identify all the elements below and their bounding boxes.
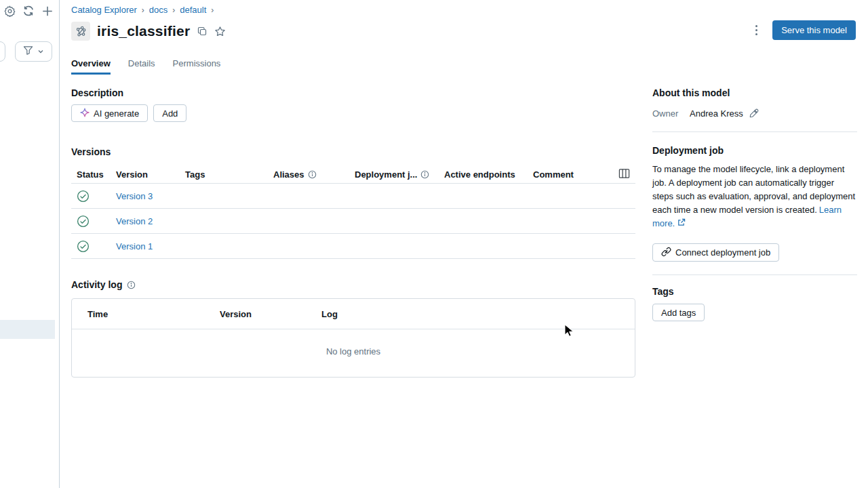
- col-tags: Tags: [185, 169, 273, 180]
- activity-log-header: Time Version Log: [72, 299, 635, 329]
- col-log: Log: [321, 309, 635, 319]
- aliases-info-icon[interactable]: [308, 170, 317, 179]
- version-row[interactable]: Version 2: [71, 209, 635, 234]
- breadcrumb-link-default[interactable]: default: [180, 5, 206, 15]
- version-1-link[interactable]: Version 1: [116, 241, 153, 251]
- title-row: iris_classifier: [71, 22, 226, 41]
- page-title: iris_classifier: [97, 23, 190, 39]
- add-description-label: Add: [162, 108, 178, 119]
- breadcrumb-separator: ›: [172, 5, 175, 15]
- chevron-down-icon: [37, 45, 44, 58]
- main-content: Description AI gener: [71, 83, 635, 378]
- tab-overview[interactable]: Overview: [71, 58, 111, 75]
- panel-divider: [652, 131, 857, 132]
- tags-heading: Tags: [652, 286, 857, 297]
- filter-funnel-icon: [23, 45, 33, 58]
- deployment-job-heading: Deployment job: [652, 145, 857, 156]
- panel-divider: [652, 274, 857, 275]
- activity-log-table: Time Version Log No log entries: [71, 298, 635, 378]
- owner-row: Owner Andrea Kress: [652, 108, 857, 119]
- activity-log-heading-row: Activity log: [71, 279, 635, 290]
- breadcrumb: Catalog Explorer › docs › default ›: [71, 5, 214, 15]
- about-this-model-heading: About this model: [652, 87, 857, 98]
- owner-name: Andrea Kress: [690, 108, 743, 119]
- version-2-link[interactable]: Version 2: [116, 216, 153, 226]
- settings-gear-icon[interactable]: [3, 5, 16, 17]
- status-ready-check-icon: [71, 190, 116, 203]
- external-link-icon[interactable]: [677, 218, 686, 231]
- activity-log-info-icon[interactable]: [127, 281, 136, 289]
- serve-this-model-button[interactable]: Serve this model: [772, 20, 856, 40]
- ai-sparkle-icon: [80, 108, 90, 119]
- breadcrumb-link-docs[interactable]: docs: [149, 5, 167, 15]
- edit-owner-pencil-icon[interactable]: [749, 108, 759, 119]
- header-actions: Serve this model: [751, 20, 856, 40]
- add-tags-button[interactable]: Add tags: [652, 304, 705, 321]
- description-heading: Description: [71, 87, 635, 98]
- no-log-entries-text: No log entries: [72, 346, 635, 357]
- deployment-job-info-icon[interactable]: [420, 170, 429, 179]
- col-status: Status: [71, 169, 116, 180]
- status-ready-check-icon: [71, 215, 116, 228]
- status-ready-check-icon: [71, 240, 116, 253]
- sidebar-toolbar: [3, 5, 54, 17]
- link-chain-icon: [661, 247, 671, 259]
- sidebar-selected-item-partial[interactable]: [0, 320, 55, 339]
- refresh-icon[interactable]: [22, 5, 35, 17]
- activity-log-heading: Activity log: [71, 279, 122, 290]
- add-description-button[interactable]: Add: [153, 104, 186, 122]
- connect-deployment-job-label: Connect deployment job: [675, 247, 770, 258]
- add-tags-label: Add tags: [661, 308, 696, 318]
- copy-name-icon[interactable]: [197, 26, 208, 37]
- version-3-link[interactable]: Version 3: [116, 191, 153, 201]
- filter-button[interactable]: [15, 41, 52, 62]
- tab-details[interactable]: Details: [128, 58, 155, 75]
- tab-bar: Overview Details Permissions: [71, 58, 220, 75]
- versions-table: Status Version Tags Aliases Deployment j…: [71, 166, 635, 259]
- version-row[interactable]: Version 3: [71, 184, 635, 209]
- version-row[interactable]: Version 1: [71, 234, 635, 259]
- favorite-star-icon[interactable]: [214, 26, 226, 37]
- description-actions: AI generate Add: [71, 104, 635, 122]
- ai-generate-label: AI generate: [94, 108, 139, 119]
- col-time: Time: [87, 309, 220, 319]
- connect-deployment-job-button[interactable]: Connect deployment job: [652, 243, 779, 262]
- col-log-version: Version: [220, 309, 321, 319]
- versions-heading: Versions: [71, 146, 635, 157]
- search-input-partial[interactable]: [0, 41, 5, 62]
- col-aliases: Aliases: [273, 169, 355, 180]
- owner-label: Owner: [652, 108, 690, 119]
- side-panel: About this model Owner Andrea Kress Depl…: [652, 83, 857, 321]
- col-version: Version: [116, 169, 185, 180]
- kebab-menu-icon[interactable]: [751, 20, 762, 40]
- registered-model-icon: [71, 22, 90, 41]
- versions-table-header: Status Version Tags Aliases Deployment j…: [71, 166, 635, 184]
- add-plus-icon[interactable]: [41, 5, 54, 17]
- breadcrumb-separator: ›: [142, 5, 144, 15]
- left-sidebar: [0, 0, 60, 488]
- catalog-explorer-screen: Catalog Explorer › docs › default › iris…: [0, 0, 868, 488]
- table-columns-icon[interactable]: [618, 168, 630, 182]
- ai-generate-button[interactable]: AI generate: [71, 104, 148, 122]
- tab-permissions[interactable]: Permissions: [173, 58, 221, 75]
- col-deployment-job: Deployment j...: [355, 169, 444, 180]
- breadcrumb-link-catalog-explorer[interactable]: Catalog Explorer: [71, 5, 137, 15]
- breadcrumb-separator: ›: [211, 5, 214, 15]
- deployment-job-description: To manage the model lifecycle, link a de…: [652, 163, 857, 231]
- col-active-endpoints: Active endpoints: [444, 169, 533, 180]
